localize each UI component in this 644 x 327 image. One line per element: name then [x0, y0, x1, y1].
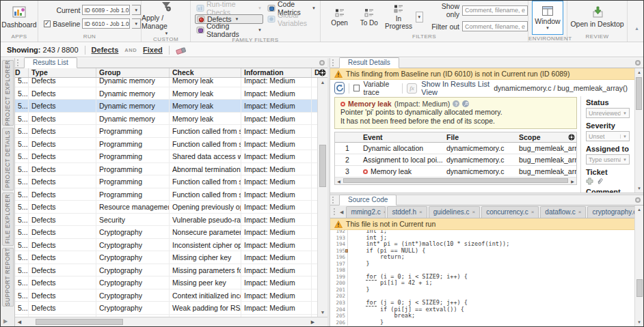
- code-editor[interactable]: 192 int i;193 int j;194 int* pi = (int*)…: [330, 230, 634, 326]
- drag-handle-icon[interactable]: [17, 59, 19, 66]
- tab-source-code[interactable]: Source Code: [339, 195, 397, 205]
- scroll-down-icon[interactable]: ▼: [318, 308, 327, 317]
- baseline-checkbox[interactable]: ✓: [44, 20, 51, 27]
- table-row[interactable]: 5...DefectsCryptographyContext initializ…: [15, 289, 317, 302]
- scroll-up-icon[interactable]: ▲: [635, 205, 643, 214]
- status-select[interactable]: Unreviewed▼: [586, 108, 630, 118]
- source-vertical-scrollbar[interactable]: ▲ ▼: [634, 205, 643, 326]
- column-header-information[interactable]: Information: [241, 68, 312, 77]
- table-row[interactable]: 5...DefectsCryptographyMissing parameter…: [15, 264, 317, 277]
- table-row[interactable]: 5...DefectsCryptographyInconsistent ciph…: [15, 239, 317, 252]
- scrollbar-thumb[interactable]: [636, 77, 642, 110]
- code-line[interactable]: 197 }: [330, 261, 634, 268]
- table-row[interactable]: 5...DefectsProgrammingShared data access…: [15, 150, 317, 163]
- code-metrics-dropdown-arrow[interactable]: ▼: [312, 6, 316, 10]
- tab-result-details[interactable]: Result Details: [339, 57, 399, 68]
- column-header-check[interactable]: Check: [170, 68, 241, 77]
- column-header-group[interactable]: Group: [96, 68, 170, 77]
- table-row[interactable]: 5...DefectsResource managementOpening pr…: [15, 201, 317, 214]
- column-header-id[interactable]: ID: [15, 68, 29, 77]
- panel-expand-icon[interactable]: ▶: [3, 318, 8, 324]
- scrollbar-thumb[interactable]: [636, 279, 643, 297]
- ribbon-collapse-icon[interactable]: ▲: [634, 26, 639, 31]
- window-button[interactable]: Window ▼: [532, 1, 563, 35]
- tabs-scroll-left-icon[interactable]: ◀: [338, 210, 345, 218]
- variable-trace-checkbox[interactable]: [353, 85, 359, 91]
- details-vertical-scrollbar[interactable]: ▲ ▼: [634, 68, 643, 193]
- close-icon[interactable]: ×: [578, 209, 582, 215]
- active-filter-defects[interactable]: Defects: [92, 46, 119, 54]
- scroll-right-icon[interactable]: ▶: [569, 177, 576, 184]
- column-header-event[interactable]: Event: [360, 132, 443, 142]
- file-tab[interactable]: stddef.h×: [387, 206, 427, 218]
- column-settings-gear-icon[interactable]: [568, 134, 575, 141]
- coding-standards-filter-button[interactable]: Coding Standards ▼: [195, 25, 263, 35]
- baseline-run-select[interactable]: ID 6010 - Job 1.0 - ...: [82, 18, 130, 29]
- baseline-run-dropdown-arrow[interactable]: ▼: [132, 18, 141, 29]
- code-line[interactable]: 200 pi[i] = 42 + i;: [330, 280, 634, 287]
- eraser-icon[interactable]: [176, 46, 187, 55]
- file-tab[interactable]: guidelines.c×: [429, 206, 480, 218]
- column-header-file[interactable]: File: [443, 132, 515, 142]
- fx-button[interactable]: fx: [407, 83, 417, 94]
- show-in-results-list-link[interactable]: Show In Results List View: [421, 80, 489, 96]
- event-row[interactable]: 1Dynamic allocationdynamicmemory.cbug_me…: [335, 143, 576, 154]
- runtime-checks-filter-button[interactable]: Run-time Checks ▼: [195, 3, 263, 13]
- filter-out-input[interactable]: [462, 21, 528, 31]
- table-row[interactable]: 5...DefectsDynamic memoryMemory leakImpa…: [15, 87, 317, 100]
- column-header-type[interactable]: Type: [29, 68, 96, 77]
- table-row[interactable]: 5...DefectsProgrammingFunction called fr…: [15, 188, 317, 201]
- add-ticket-icon[interactable]: [586, 177, 593, 185]
- table-row[interactable]: 5...DefectsCryptographyWeak padding for …: [15, 302, 317, 315]
- table-row[interactable]: 5...DefectsCryptographyMissing peer keyI…: [15, 276, 317, 289]
- window-dropdown-arrow[interactable]: ▼: [546, 26, 550, 30]
- file-tab[interactable]: dataflow.c×: [540, 206, 586, 218]
- results-horizontal-scrollbar[interactable]: ◀ ▶: [15, 317, 327, 326]
- dashboard-button[interactable]: Dashboard: [1, 5, 36, 29]
- scroll-down-icon[interactable]: ▼: [635, 184, 643, 193]
- assigned-to-combo[interactable]: Type userna...▼: [586, 154, 630, 165]
- current-run-select[interactable]: ID 6089 - Job 1.0 - ...: [82, 5, 130, 15]
- column-settings-gear-icon[interactable]: [319, 69, 326, 76]
- scrollbar-thumb[interactable]: [343, 178, 568, 183]
- code-line[interactable]: 196 return;: [330, 254, 634, 261]
- show-only-input[interactable]: [462, 5, 528, 16]
- table-row[interactable]: 5...DefectsSecurityVulnerable pseudo-ran…: [15, 214, 317, 227]
- open-in-desktop-button[interactable]: Open in Desktop: [570, 6, 623, 28]
- event-row[interactable]: 3Memory leakdynamicmemory.cbug_memleak_a…: [335, 166, 576, 177]
- scroll-left-icon[interactable]: ◀: [335, 177, 343, 184]
- scroll-right-icon[interactable]: ▶: [308, 317, 317, 326]
- results-vertical-scrollbar[interactable]: ▲ ▼: [317, 78, 327, 317]
- apply-manage-button[interactable]: Apply / Manage ▼: [142, 1, 190, 35]
- help-icon[interactable]: ?: [453, 100, 459, 107]
- sidebar-tab-file-explorer[interactable]: FILE EXPLORER: [2, 193, 14, 246]
- coding-standards-dropdown-arrow[interactable]: ▼: [258, 28, 262, 32]
- status-filters-dropdown-button[interactable]: ▼: [416, 12, 423, 23]
- file-tab[interactable]: concurrency.c×: [481, 206, 539, 218]
- panel-menu-icon[interactable]: [635, 197, 641, 203]
- scroll-up-icon[interactable]: ▲: [318, 78, 327, 87]
- scrollbar-thumb[interactable]: [319, 145, 326, 187]
- current-run-dropdown-arrow[interactable]: ▼: [132, 5, 141, 15]
- close-icon[interactable]: ×: [472, 209, 475, 215]
- drag-handle-icon[interactable]: [332, 197, 334, 203]
- open-status-filter-button[interactable]: Open: [325, 1, 354, 33]
- tab-results-list[interactable]: Results List: [24, 57, 77, 68]
- link-ticket-icon[interactable]: [596, 177, 604, 185]
- scroll-up-icon[interactable]: ▲: [635, 68, 643, 76]
- drag-handle-icon[interactable]: [334, 208, 335, 215]
- close-icon[interactable]: ×: [419, 209, 422, 215]
- table-row[interactable]: 5...DefectsProgrammingAbnormal terminati…: [15, 163, 317, 176]
- file-tab[interactable]: mming2.c×: [346, 206, 386, 218]
- sidebar-tab-project-details[interactable]: PROJECT DETAILS: [2, 128, 14, 190]
- column-header-scope[interactable]: Scope: [515, 132, 576, 142]
- close-icon[interactable]: ×: [531, 209, 535, 215]
- sidebar-tab-support-report[interactable]: SUPPORT REPORT: [2, 248, 14, 307]
- table-row[interactable]: 5...DefectsProgrammingFunction called fr…: [15, 175, 317, 188]
- table-row[interactable]: 5...DefectsCryptographyNonsecure paramet…: [15, 226, 317, 239]
- defects-dropdown-arrow[interactable]: ▼: [235, 17, 239, 21]
- severity-select[interactable]: Unset▼: [586, 131, 630, 141]
- table-row[interactable]: 5...DefectsDynamic memoryMemory leakImpa…: [15, 100, 317, 113]
- event-table-horizontal-scrollbar[interactable]: ◀ ▶: [334, 177, 577, 185]
- table-row[interactable]: 5...DefectsProgrammingFunction called fr…: [15, 125, 317, 138]
